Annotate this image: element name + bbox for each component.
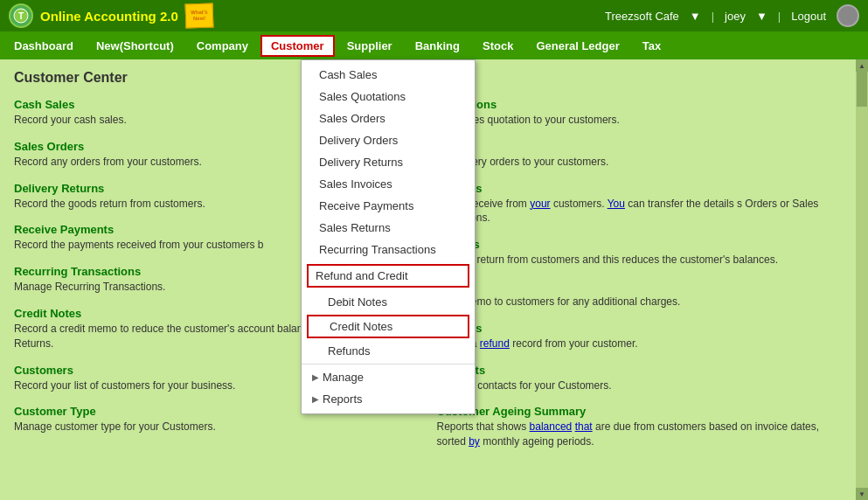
sticky-note: What's New! [184, 3, 213, 28]
dropdown-overlay: Cash Sales Sales Quotations Sales Orders… [301, 59, 476, 414]
dropdown-credit-notes-wrapper: Credit Notes [302, 313, 475, 340]
dropdown-delivery-orders[interactable]: Delivery Orders [302, 129, 475, 151]
dropdown-sales-quotations[interactable]: Sales Quotations [302, 86, 475, 108]
scroll-up-button[interactable]: ▲ [856, 59, 868, 72]
reports-arrow-icon: ▶ [312, 394, 319, 404]
dropdown-manage[interactable]: ▶ Manage [302, 366, 475, 388]
nav-company[interactable]: Company [186, 35, 259, 57]
nav-dashboard[interactable]: Dashboard [3, 35, 84, 57]
top-bar-right: Treezsoft Cafe ▼ | joey ▼ | Logout [605, 4, 859, 27]
nav-banking[interactable]: Banking [405, 35, 470, 57]
item-invoices-desc: voices receive from your customers. You … [437, 197, 843, 226]
dropdown-sales-returns[interactable]: Sales Returns [302, 217, 475, 239]
item-delivery-orders-title[interactable]: Orders [437, 140, 843, 153]
item-delivery-orders-desc: ny delivery orders to your customers. [437, 155, 843, 170]
dropdown-reports[interactable]: ▶ Reports [302, 388, 475, 410]
dropdown-sales-invoices[interactable]: Sales Invoices [302, 173, 475, 195]
item-contacts-desc: Manage contacts for your Customers. [437, 378, 843, 393]
user-dropdown-icon[interactable]: ▼ [756, 10, 767, 23]
scroll-thumb[interactable] [857, 72, 867, 107]
dropdown-divider-1 [302, 364, 475, 365]
dropdown-recurring-transactions[interactable]: Recurring Transactions [302, 239, 475, 260]
item-customer-ageing-title[interactable]: Customer Ageing Summary [437, 405, 843, 418]
top-bar: T Online Accounting 2.0 What's New! Tree… [0, 0, 868, 31]
item-contacts-title[interactable]: Contacts [437, 364, 843, 377]
cafe-dropdown-icon[interactable]: ▼ [690, 10, 701, 23]
nav-general-ledger[interactable]: General Ledger [525, 35, 629, 57]
dropdown-debit-notes[interactable]: Debit Notes [302, 291, 475, 313]
nav-bar: Dashboard New(Shortcut) Company Customer… [0, 31, 868, 59]
dropdown-cash-sales[interactable]: Cash Sales [302, 64, 475, 86]
item-delivery-orders: Orders ny delivery orders to your custom… [437, 140, 843, 170]
dropdown-refund-credit[interactable]: Refund and Credit [307, 264, 469, 288]
scrollbar: ▲ ▼ [856, 59, 868, 500]
svg-text:T: T [18, 11, 24, 21]
dropdown-refund-credit-wrapper: Refund and Credit [302, 260, 475, 291]
item-refunds-title[interactable]: Refunds [437, 322, 843, 335]
scroll-down-button[interactable]: ▼ [856, 488, 868, 500]
item-refunds-desc: Create a refund record from your custome… [437, 337, 843, 351]
logout-button[interactable]: Logout [791, 10, 826, 23]
dropdown-credit-notes[interactable]: Credit Notes [307, 315, 469, 338]
dropdown-refunds[interactable]: Refunds [302, 340, 475, 362]
item-contacts: Contacts Manage contacts for your Custom… [437, 364, 843, 393]
manage-arrow-icon: ▶ [312, 372, 319, 382]
nav-stock[interactable]: Stock [472, 35, 524, 57]
item-returns-title[interactable]: Returns [437, 238, 843, 251]
scroll-track[interactable] [856, 72, 868, 488]
dropdown-menu: Cash Sales Sales Quotations Sales Orders… [301, 59, 476, 414]
item-notes-desc: debit memo to customers for any addition… [437, 295, 843, 309]
item-quotations: Quotations your sales quotation to your … [437, 98, 843, 128]
item-notes: Notes debit memo to customers for any ad… [437, 280, 843, 309]
item-customer-type-desc: Manage customer type for your Customers. [14, 420, 420, 434]
dropdown-delivery-returns[interactable]: Delivery Returns [302, 151, 475, 173]
top-bar-left: T Online Accounting 2.0 What's New! [9, 3, 213, 28]
logo-icon: T [9, 3, 33, 28]
item-quotations-desc: your sales quotation to your customers. [437, 113, 843, 128]
app-title: Online Accounting 2.0 [40, 9, 178, 24]
user-name[interactable]: joey [725, 10, 746, 23]
dropdown-sales-orders[interactable]: Sales Orders [302, 108, 475, 129]
cafe-name[interactable]: Treezsoft Cafe [605, 10, 679, 23]
item-customer-ageing: Customer Ageing Summary Reports that sho… [437, 405, 843, 449]
item-invoices: Invoices voices receive from your custom… [437, 182, 843, 226]
main-content: Customer Center Cash Sales Record your c… [0, 59, 868, 500]
nav-new[interactable]: New(Shortcut) [86, 35, 184, 57]
item-invoices-title[interactable]: Invoices [437, 182, 843, 195]
item-quotations-title[interactable]: Quotations [437, 98, 843, 111]
nav-supplier[interactable]: Supplier [337, 35, 403, 57]
item-notes-title[interactable]: Notes [437, 280, 843, 293]
user-avatar [837, 4, 859, 27]
nav-customer[interactable]: Customer [260, 35, 335, 57]
dropdown-receive-payments[interactable]: Receive Payments [302, 195, 475, 217]
item-refunds: Refunds Create a refund record from your… [437, 322, 843, 351]
nav-tax[interactable]: Tax [632, 35, 671, 57]
item-customer-ageing-desc: Reports that shows balanced that are due… [437, 420, 843, 449]
item-returns-desc: e goods return from customers and this r… [437, 253, 843, 267]
item-returns: Returns e goods return from customers an… [437, 238, 843, 267]
